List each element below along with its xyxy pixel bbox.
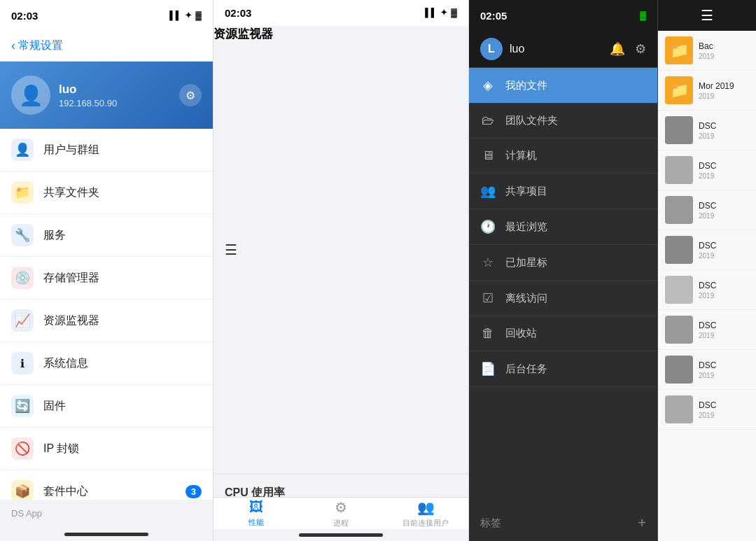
menu-label-users: 用户与群组 — [43, 143, 202, 157]
file-date-dsc7: 2019 — [699, 372, 749, 379]
trash-label: 回收站 — [505, 327, 537, 340]
tags-label: 标签 — [480, 517, 501, 530]
file-info-dsc5: DSC 2019 — [699, 281, 749, 300]
file-list: 📁 Bac 2019 📁 Mor 2019 2019 DSC 2019 — [658, 31, 756, 541]
file-item-dsc2[interactable]: DSC 2019 — [658, 150, 756, 190]
file-info-dsc1: DSC 2019 — [699, 121, 749, 140]
file-item-dsc4[interactable]: DSC 2019 — [658, 230, 756, 270]
menu-item-shared-folder[interactable]: 📁 共享文件夹 — [0, 171, 213, 214]
file-name-dsc3: DSC — [699, 201, 749, 211]
status-bar-3: 02:05 ▓ — [469, 0, 657, 31]
settings-icon[interactable]: ⚙ — [635, 41, 646, 57]
status-icons-3: ▓ — [640, 10, 646, 20]
packages-icon: 📦 — [11, 480, 34, 500]
panel-resource-monitor: 02:03 ▌▌ ✦ ▓ ☰ 资源监视器 CPU 使用率 ⤡ — [214, 0, 469, 541]
myfiles-label: 我的文件 — [505, 79, 547, 92]
file-item-dsc3[interactable]: DSC 2019 — [658, 190, 756, 230]
file-item-dsc5[interactable]: DSC 2019 — [658, 270, 756, 310]
menu-recent[interactable]: 🕐 最近浏览 — [469, 209, 657, 245]
menu-item-sysinfo[interactable]: ℹ 系统信息 — [0, 342, 213, 385]
gear-button[interactable]: ⚙ — [179, 84, 202, 106]
starred-label: 已加星标 — [505, 256, 547, 269]
file-name-dsc7: DSC — [699, 360, 749, 370]
shared-icon: 👥 — [480, 183, 496, 199]
menu-item-resource[interactable]: 📈 资源监视器 — [0, 300, 213, 342]
menu-myfiles[interactable]: ◈ 我的文件 — [469, 68, 657, 104]
battery-icon-2: ▓ — [451, 8, 457, 17]
file-date-dsc2: 2019 — [699, 172, 749, 180]
file-info-dsc8: DSC 2019 — [699, 400, 749, 419]
header-action-icons: 🔔 ⚙ — [610, 41, 646, 57]
back-button-1[interactable]: ‹ 常规设置 — [11, 38, 63, 53]
menu-item-firmware[interactable]: 🔄 固件 — [0, 385, 213, 428]
menu-trash[interactable]: 🗑 回收站 — [469, 316, 657, 351]
folder-icon-mor: 📁 — [670, 81, 689, 99]
settings-menu-list: 👤 用户与群组 📁 共享文件夹 🔧 服务 💿 存储管理器 📈 资源监视器 ℹ 系… — [0, 129, 213, 500]
file-date-dsc1: 2019 — [699, 132, 749, 140]
app-footer: DS App — [0, 500, 213, 527]
menu-tasks[interactable]: 📄 后台任务 — [469, 351, 657, 387]
menu-computer[interactable]: 🖥 计算机 — [469, 139, 657, 174]
tags-add-button[interactable]: + — [638, 515, 646, 531]
file-name-dsc5: DSC — [699, 281, 749, 290]
folder-thumb-mor: 📁 — [665, 76, 693, 104]
folder-thumb-bac: 📁 — [665, 36, 693, 64]
file-date-dsc3: 2019 — [699, 212, 749, 220]
home-indicator-1 — [0, 527, 213, 541]
menu-item-storage[interactable]: 💿 存储管理器 — [0, 257, 213, 300]
status-icons-1: ▌▌ ✦ ▓ — [169, 10, 202, 20]
file-info-dsc7: DSC 2019 — [699, 360, 749, 379]
menu-item-packages[interactable]: 📦 套件中心 3 — [0, 470, 213, 500]
wifi-icon-2: ✦ — [440, 8, 447, 17]
file-info-dsc4: DSC 2019 — [699, 241, 749, 260]
storage-icon: 💿 — [11, 267, 34, 289]
file-item-dsc7[interactable]: DSC 2019 — [658, 350, 756, 390]
footer-label: DS App — [11, 508, 42, 519]
menu-item-users[interactable]: 👤 用户与群组 — [0, 129, 213, 171]
tab-performance[interactable]: 🖼 性能 — [214, 498, 298, 530]
header-username: luo — [510, 43, 603, 55]
menu-offline[interactable]: ☑ 离线访问 — [469, 281, 657, 316]
home-bar-2 — [299, 533, 383, 537]
bell-icon[interactable]: 🔔 — [610, 41, 625, 57]
menu-item-services[interactable]: 🔧 服务 — [0, 214, 213, 257]
nav-header-2: ☰ 资源监视器 — [214, 26, 469, 475]
tab-process[interactable]: ⚙ 进程 — [298, 498, 383, 530]
file-info-dsc3: DSC 2019 — [699, 201, 749, 220]
status-bar-1: 02:03 ▌▌ ✦ ▓ — [0, 0, 213, 31]
menu-item-ipblock[interactable]: 🚫 IP 封锁 — [0, 428, 213, 470]
services-icon: 🔧 — [11, 224, 34, 246]
menu-teamfolder[interactable]: 🗁 团队文件夹 — [469, 104, 657, 139]
ipblock-icon: 🚫 — [11, 437, 34, 460]
file-item-dsc1[interactable]: DSC 2019 — [658, 111, 756, 150]
computer-icon: 🖥 — [480, 148, 496, 163]
computer-label: 计算机 — [505, 149, 537, 162]
hamburger-icon[interactable]: ☰ — [225, 241, 237, 258]
file-info-mor: Mor 2019 2019 — [699, 81, 749, 100]
menu-shared[interactable]: 👥 共享项目 — [469, 174, 657, 209]
tab-connections-label: 目前连接用户 — [402, 518, 449, 528]
offline-label: 离线访问 — [505, 292, 547, 305]
file-name-dsc6: DSC — [699, 321, 749, 330]
file-date-dsc6: 2019 — [699, 332, 749, 339]
tasks-icon: 📄 — [480, 361, 496, 377]
file-name-bac: Bac — [699, 41, 749, 51]
menu-icon-panel4[interactable]: ☰ — [701, 7, 713, 24]
file-item-dsc6[interactable]: DSC 2019 — [658, 310, 756, 350]
file-date-dsc5: 2019 — [699, 292, 749, 300]
menu-label-shared-folder: 共享文件夹 — [43, 185, 202, 200]
tab-connections[interactable]: 👥 目前连接用户 — [384, 498, 468, 530]
file-name-dsc4: DSC — [699, 241, 749, 251]
menu-label-firmware: 固件 — [43, 399, 202, 414]
starred-icon: ☆ — [480, 255, 496, 270]
file-item-mor[interactable]: 📁 Mor 2019 2019 — [658, 71, 756, 111]
shared-label: 共享项目 — [505, 185, 547, 198]
sysinfo-icon: ℹ — [11, 352, 34, 374]
myfiles-icon: ◈ — [480, 78, 496, 93]
recent-label: 最近浏览 — [505, 220, 547, 234]
menu-starred[interactable]: ☆ 已加星标 — [469, 245, 657, 281]
file-manager-menu: ◈ 我的文件 🗁 团队文件夹 🖥 计算机 👥 共享项目 🕐 最近浏览 ☆ 已加星… — [469, 68, 657, 505]
file-info-dsc2: DSC 2019 — [699, 161, 749, 180]
file-item-dsc8[interactable]: DSC 2019 — [658, 390, 756, 430]
file-item-bac[interactable]: 📁 Bac 2019 — [658, 31, 756, 71]
